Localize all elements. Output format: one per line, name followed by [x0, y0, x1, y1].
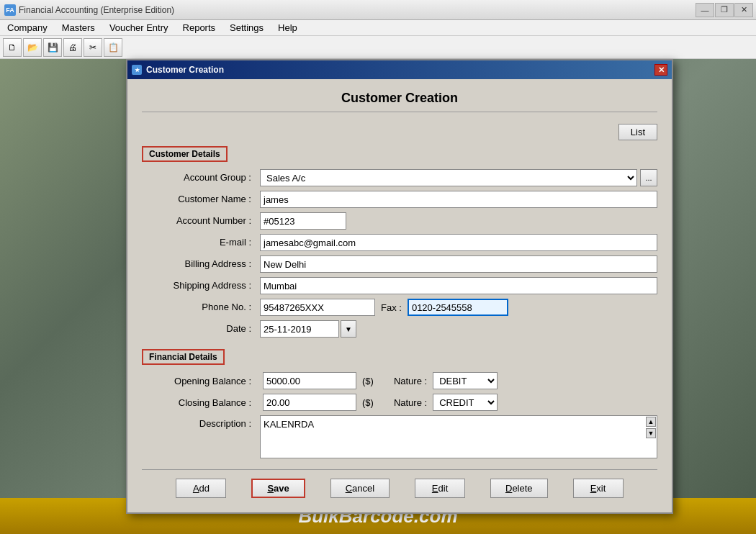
account-number-input[interactable]	[260, 212, 346, 230]
save-button[interactable]: Save	[251, 479, 305, 498]
phone-label: Phone No. :	[142, 299, 257, 316]
account-group-select[interactable]: Sales A/c Purchase A/c Expense A/c	[260, 169, 637, 186]
customer-creation-dialog: ★ Customer Creation ✕ Customer Creation …	[126, 59, 673, 514]
customer-name-label: Customer Name :	[142, 191, 257, 208]
dialog-heading: Customer Creation	[142, 91, 657, 112]
toolbar-print[interactable]: 🖨	[63, 38, 82, 57]
dialog-close-button[interactable]: ✕	[654, 64, 667, 76]
billing-address-label: Billing Address :	[142, 255, 257, 273]
delete-button[interactable]: Delete	[490, 479, 548, 498]
account-group-row: Sales A/c Purchase A/c Expense A/c ...	[260, 169, 657, 186]
shipping-address-label: Shipping Address :	[142, 277, 257, 294]
menu-company[interactable]: Company	[0, 21, 55, 35]
title-bar: FA Financial Accounting (Enterprise Edit…	[0, 0, 756, 20]
dialog-title-bar: ★ Customer Creation ✕	[127, 60, 672, 79]
account-number-label: Account Number :	[142, 212, 257, 230]
toolbar-paste[interactable]: 📋	[104, 38, 122, 57]
close-button[interactable]: ✕	[734, 3, 753, 17]
account-group-browse-button[interactable]: ...	[640, 169, 657, 186]
email-input[interactable]	[260, 234, 657, 251]
exit-button[interactable]: Exit	[573, 479, 624, 498]
add-button[interactable]: Add	[176, 479, 226, 498]
closing-nature-select[interactable]: DEBIT CREDIT	[433, 394, 498, 411]
date-input[interactable]	[260, 320, 339, 338]
button-bar: Add Save Cancel Edit Delete Exit	[142, 469, 657, 505]
menu-settings[interactable]: Settings	[222, 21, 271, 35]
dialog-title: Customer Creation	[146, 65, 654, 75]
closing-balance-row: Closing Balance : ($) Nature : DEBIT CRE…	[142, 394, 657, 411]
menu-reports[interactable]: Reports	[176, 21, 223, 35]
opening-balance-row: Opening Balance : ($) Nature : DEBIT CRE…	[142, 372, 657, 389]
date-row: ▼	[260, 320, 657, 338]
app-icon: FA	[4, 4, 16, 16]
description-wrapper: KALENRDA ▲ ▼	[260, 415, 657, 461]
description-section: Description : KALENRDA ▲ ▼	[142, 415, 657, 461]
opening-nature-select[interactable]: DEBIT CREDIT	[433, 372, 498, 389]
minimize-button[interactable]: —	[696, 3, 714, 17]
cancel-button[interactable]: Cancel	[330, 479, 390, 498]
window-controls: — ❐ ✕	[696, 3, 753, 17]
financial-details-header: Financial Details	[142, 349, 225, 365]
phone-input[interactable]	[260, 299, 375, 316]
dialog-body: Customer Creation List Customer Details …	[127, 79, 672, 512]
opening-balance-input[interactable]	[263, 372, 356, 389]
menu-masters[interactable]: Masters	[55, 21, 102, 35]
toolbar-new[interactable]: 🗋	[3, 38, 22, 57]
account-group-label: Account Group :	[142, 169, 257, 186]
edit-button[interactable]: Edit	[415, 479, 465, 498]
closing-balance-input[interactable]	[263, 394, 356, 411]
fax-input[interactable]	[408, 299, 508, 316]
description-label: Description :	[142, 415, 257, 461]
billing-address-input[interactable]	[260, 255, 657, 273]
customer-details-header: Customer Details	[142, 146, 228, 162]
email-label: E-mail :	[142, 234, 257, 251]
app-title: Financial Accounting (Enterprise Edition…	[19, 5, 696, 15]
opening-balance-label: Opening Balance :	[142, 376, 257, 386]
customer-name-input[interactable]	[260, 191, 657, 208]
toolbar: 🗋 📂 💾 🖨 ✂ 📋	[0, 36, 756, 59]
list-btn-wrapper: List	[142, 124, 657, 140]
account-number-wrapper	[260, 212, 657, 230]
desc-scroll-down[interactable]: ▼	[646, 428, 656, 438]
dialog-icon: ★	[132, 65, 142, 75]
phone-fax-row: Fax :	[260, 299, 657, 316]
menu-help[interactable]: Help	[271, 21, 305, 35]
date-picker-button[interactable]: ▼	[341, 320, 356, 338]
opening-currency: ($)	[362, 376, 374, 386]
toolbar-cut[interactable]: ✂	[84, 38, 102, 57]
closing-nature-label: Nature :	[394, 397, 427, 408]
list-button[interactable]: List	[618, 124, 657, 140]
toolbar-save[interactable]: 💾	[43, 38, 62, 57]
desc-scroll-up[interactable]: ▲	[646, 417, 656, 427]
restore-button[interactable]: ❐	[715, 3, 734, 17]
description-textarea[interactable]: KALENRDA	[260, 415, 657, 458]
menu-bar: Company Masters Voucher Entry Reports Se…	[0, 20, 756, 36]
closing-currency: ($)	[362, 397, 374, 408]
closing-balance-label: Closing Balance :	[142, 397, 257, 408]
opening-nature-label: Nature :	[394, 376, 427, 386]
fax-label: Fax :	[381, 302, 402, 313]
menu-voucher-entry[interactable]: Voucher Entry	[102, 21, 176, 35]
customer-form: Account Group : Sales A/c Purchase A/c E…	[142, 169, 657, 338]
shipping-address-input[interactable]	[260, 277, 657, 294]
toolbar-open[interactable]: 📂	[23, 38, 42, 57]
date-label: Date :	[142, 320, 257, 338]
